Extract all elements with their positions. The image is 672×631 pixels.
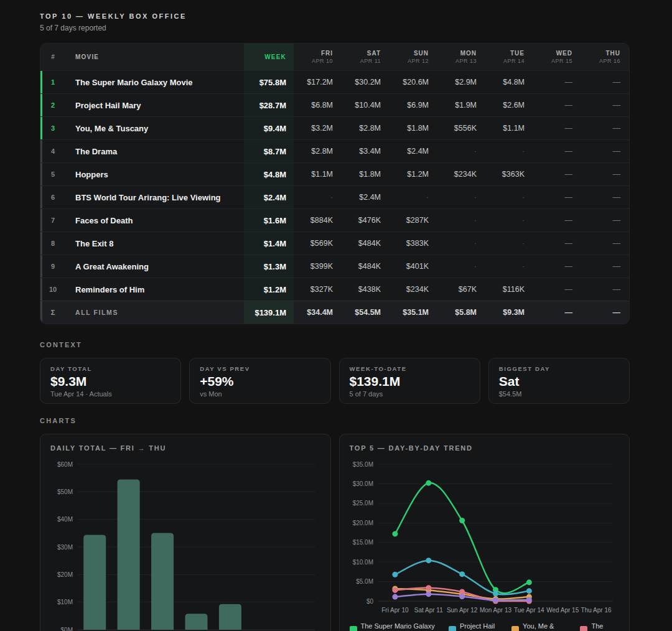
svg-text:$20.0M: $20.0M bbox=[352, 520, 373, 526]
table-row: 3You, Me & Tuscany$9.4M$3.2M$2.8M$1.8M$5… bbox=[40, 116, 629, 139]
day-cell: $116K bbox=[485, 278, 533, 301]
movie-cell: The Super Mario Galaxy Movie bbox=[65, 71, 244, 93]
svg-text:$25.0M: $25.0M bbox=[352, 500, 373, 507]
charts-row: DAILY TOTAL — FRI → THU $0M$10M$20M$30M$… bbox=[40, 434, 630, 631]
rank-cell: 7 bbox=[40, 209, 65, 231]
week-cell: $1.4M bbox=[244, 232, 294, 255]
rank-column-header: # bbox=[40, 44, 65, 70]
day-cell: — bbox=[533, 186, 581, 208]
movie-cell: BTS World Tour Arirang: Live Viewing bbox=[65, 186, 244, 208]
movie-cell: The Exit 8 bbox=[65, 232, 244, 255]
day-column-header: SUNAPR 12 bbox=[390, 44, 437, 70]
rank-cell: 9 bbox=[40, 255, 65, 278]
day-cell: · bbox=[294, 186, 342, 208]
week-cell: $1.3M bbox=[244, 255, 294, 278]
legend-item[interactable]: The Super Mario Galaxy Movie bbox=[350, 622, 440, 631]
total-day-cell: — bbox=[581, 301, 629, 324]
daily-total-chart-card: DAILY TOTAL — FRI → THU $0M$10M$20M$30M$… bbox=[40, 434, 331, 631]
context-card: BIGGEST DAYSat$54.5M bbox=[488, 358, 630, 404]
movie-column-header: MOVIE bbox=[65, 44, 244, 70]
rank-cell: 5 bbox=[40, 163, 65, 185]
rank-cell: 10 bbox=[40, 278, 65, 301]
day-cell: — bbox=[533, 255, 581, 278]
total-sigma-cell: Σ bbox=[40, 301, 65, 324]
day-cell: — bbox=[533, 232, 581, 255]
total-label-cell: ALL FILMS bbox=[65, 301, 244, 324]
day-cell: $1.8M bbox=[342, 163, 390, 185]
svg-text:$10M: $10M bbox=[57, 599, 73, 605]
legend-item[interactable]: The Drama bbox=[580, 622, 619, 631]
movie-cell: Faces of Death bbox=[65, 209, 244, 231]
day-cell: $1.2M bbox=[390, 163, 437, 185]
day-column-header: FRIAPR 10 bbox=[294, 44, 342, 70]
total-day-cell: $9.3M bbox=[485, 301, 533, 324]
svg-text:Sun Apr 12: Sun Apr 12 bbox=[446, 607, 477, 614]
day-column-header: WEDAPR 15 bbox=[533, 44, 581, 70]
day-cell: — bbox=[533, 278, 581, 301]
rank-cell: 4 bbox=[40, 140, 65, 162]
svg-text:$30M: $30M bbox=[57, 544, 73, 551]
day-cell: $401K bbox=[390, 255, 437, 278]
day-date: APR 11 bbox=[360, 58, 381, 65]
day-column-header: THUAPR 16 bbox=[581, 44, 629, 70]
day-cell: $1.1M bbox=[485, 117, 533, 139]
context-card-label: WEEK-TO-DATE bbox=[350, 365, 470, 372]
legend-row: The Super Mario Galaxy MovieProject Hail… bbox=[350, 622, 620, 631]
context-card: DAY VS PREV+59%vs Mon bbox=[189, 358, 330, 404]
day-cell: $484K bbox=[342, 232, 390, 255]
table-row: 10Reminders of Him$1.2M$327K$438K$234K$6… bbox=[40, 278, 629, 301]
table-row: 6BTS World Tour Arirang: Live Viewing$2.… bbox=[40, 185, 629, 208]
svg-text:$0: $0 bbox=[366, 598, 373, 605]
legend-item[interactable]: You, Me & Tuscany bbox=[511, 622, 571, 631]
day-cell: $6.9M bbox=[390, 94, 437, 116]
day-cell: — bbox=[581, 163, 629, 185]
svg-text:$40M: $40M bbox=[57, 516, 73, 523]
day-cell: · bbox=[437, 186, 485, 208]
svg-text:$0M: $0M bbox=[61, 627, 73, 631]
trend-chart-card: TOP 5 — DAY-BY-DAY TREND $0$5.0M$10.0M$1… bbox=[339, 434, 630, 631]
table-row: 8The Exit 8$1.4M$569K$484K$383K··—— bbox=[40, 231, 629, 255]
day-cell: — bbox=[581, 278, 629, 301]
context-card-value: +59% bbox=[200, 374, 320, 389]
context-card-sub: 5 of 7 days bbox=[350, 390, 470, 398]
day-cell: $363K bbox=[485, 163, 533, 185]
table-row: 4The Drama$8.7M$2.8M$3.4M$2.4M··—— bbox=[40, 139, 629, 162]
day-cell: $20.6M bbox=[390, 71, 437, 93]
movie-cell: Reminders of Him bbox=[65, 278, 244, 301]
day-cell: $67K bbox=[437, 278, 485, 301]
legend-label: The Super Mario Galaxy Movie bbox=[361, 622, 440, 631]
day-cell: · bbox=[485, 209, 533, 231]
legend-item[interactable]: Project Hail Mary bbox=[449, 622, 503, 631]
context-card-sub: Tue Apr 14 · Actuals bbox=[50, 390, 170, 398]
page-subtitle: 5 of 7 days reported bbox=[40, 24, 630, 32]
week-cell: $4.8M bbox=[244, 163, 294, 185]
day-cell: $556K bbox=[437, 117, 485, 139]
day-name: FRI bbox=[321, 50, 333, 57]
day-cell: · bbox=[437, 255, 485, 278]
svg-text:Thu Apr 16: Thu Apr 16 bbox=[581, 607, 611, 614]
rank-cell: 2 bbox=[40, 94, 65, 116]
day-cell: $2.6M bbox=[485, 94, 533, 116]
day-cell: $884K bbox=[294, 209, 342, 231]
day-name: SAT bbox=[367, 50, 381, 57]
total-day-cell: $34.4M bbox=[294, 301, 342, 324]
day-cell: — bbox=[533, 163, 581, 185]
day-cell: $2.9M bbox=[437, 71, 485, 93]
svg-text:Mon Apr 13: Mon Apr 13 bbox=[479, 607, 511, 614]
table-total-row: Σ ALL FILMS $139.1M $34.4M$54.5M$35.1M$5… bbox=[40, 301, 629, 324]
day-cell: $2.4M bbox=[390, 140, 437, 162]
svg-text:$15.0M: $15.0M bbox=[352, 539, 373, 546]
legend-label: You, Me & Tuscany bbox=[523, 622, 571, 631]
day-cell: · bbox=[390, 186, 437, 208]
day-cell: — bbox=[581, 140, 629, 162]
day-cell: — bbox=[533, 94, 581, 116]
table-row: 1The Super Mario Galaxy Movie$75.8M$17.2… bbox=[40, 70, 629, 93]
day-cell: — bbox=[581, 94, 629, 116]
day-cell: — bbox=[581, 255, 629, 278]
day-cell: $2.8M bbox=[342, 117, 390, 139]
day-cell: $1.1M bbox=[294, 163, 342, 185]
week-cell: $2.4M bbox=[244, 186, 294, 208]
context-section-label: CONTEXT bbox=[40, 341, 630, 348]
day-cell: — bbox=[581, 186, 629, 208]
day-cell: · bbox=[437, 232, 485, 255]
